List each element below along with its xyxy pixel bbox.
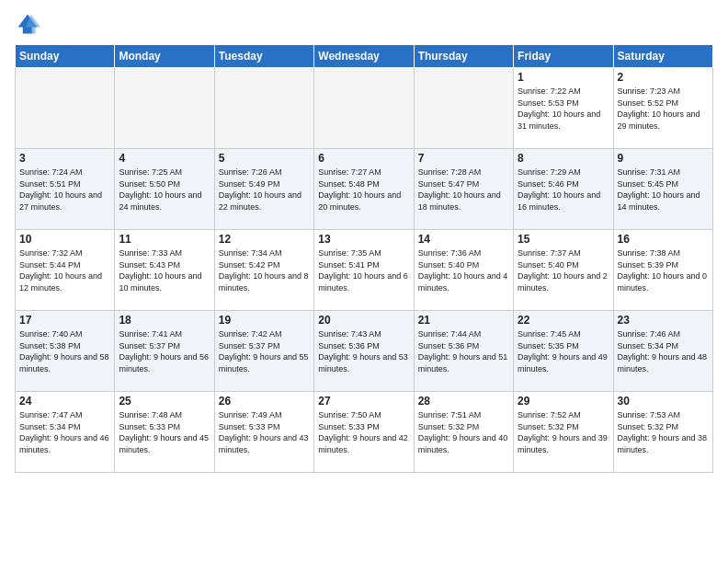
day-number: 17 xyxy=(19,314,110,327)
cell-text: Sunrise: 7:41 AM Sunset: 5:37 PM Dayligh… xyxy=(119,328,210,374)
day-number: 15 xyxy=(518,233,609,246)
cell-text: Sunrise: 7:27 AM Sunset: 5:48 PM Dayligh… xyxy=(318,167,409,213)
cell-text: Sunrise: 7:38 AM Sunset: 5:39 PM Dayligh… xyxy=(618,247,709,293)
cell-text: Sunrise: 7:36 AM Sunset: 5:40 PM Dayligh… xyxy=(418,247,509,293)
day-number: 26 xyxy=(219,395,310,408)
calendar-week-row: 1Sunrise: 7:22 AM Sunset: 5:53 PM Daylig… xyxy=(16,68,713,149)
day-number: 24 xyxy=(19,395,110,408)
calendar-cell: 16Sunrise: 7:38 AM Sunset: 5:39 PM Dayli… xyxy=(613,230,712,311)
weekday-header-wednesday: Wednesday xyxy=(314,45,414,68)
cell-text: Sunrise: 7:31 AM Sunset: 5:45 PM Dayligh… xyxy=(618,167,709,213)
calendar-cell: 6Sunrise: 7:27 AM Sunset: 5:48 PM Daylig… xyxy=(314,149,414,230)
cell-text: Sunrise: 7:44 AM Sunset: 5:36 PM Dayligh… xyxy=(418,328,509,374)
calendar-week-row: 24Sunrise: 7:47 AM Sunset: 5:34 PM Dayli… xyxy=(16,392,713,473)
calendar-cell: 25Sunrise: 7:48 AM Sunset: 5:33 PM Dayli… xyxy=(115,392,214,473)
day-number: 27 xyxy=(318,395,409,408)
cell-text: Sunrise: 7:33 AM Sunset: 5:43 PM Dayligh… xyxy=(119,247,210,293)
cell-text: Sunrise: 7:50 AM Sunset: 5:33 PM Dayligh… xyxy=(318,409,409,455)
calendar-cell: 20Sunrise: 7:43 AM Sunset: 5:36 PM Dayli… xyxy=(314,311,414,392)
calendar-cell: 4Sunrise: 7:25 AM Sunset: 5:50 PM Daylig… xyxy=(115,149,214,230)
cell-text: Sunrise: 7:49 AM Sunset: 5:33 PM Dayligh… xyxy=(219,409,310,455)
cell-text: Sunrise: 7:37 AM Sunset: 5:40 PM Dayligh… xyxy=(518,247,609,293)
weekday-header-friday: Friday xyxy=(514,45,613,68)
cell-text: Sunrise: 7:47 AM Sunset: 5:34 PM Dayligh… xyxy=(19,409,110,455)
logo-icon xyxy=(15,11,40,37)
day-number: 14 xyxy=(418,233,509,246)
weekday-header-saturday: Saturday xyxy=(613,45,712,68)
cell-text: Sunrise: 7:29 AM Sunset: 5:46 PM Dayligh… xyxy=(518,167,609,213)
calendar-cell: 7Sunrise: 7:28 AM Sunset: 5:47 PM Daylig… xyxy=(414,149,513,230)
cell-text: Sunrise: 7:48 AM Sunset: 5:33 PM Dayligh… xyxy=(119,409,210,455)
calendar-cell: 18Sunrise: 7:41 AM Sunset: 5:37 PM Dayli… xyxy=(115,311,214,392)
calendar-cell: 5Sunrise: 7:26 AM Sunset: 5:49 PM Daylig… xyxy=(214,149,313,230)
day-number: 19 xyxy=(219,314,310,327)
day-number: 28 xyxy=(418,395,509,408)
calendar-cell xyxy=(414,68,513,149)
calendar-body: 1Sunrise: 7:22 AM Sunset: 5:53 PM Daylig… xyxy=(16,68,713,473)
cell-text: Sunrise: 7:45 AM Sunset: 5:35 PM Dayligh… xyxy=(518,328,609,374)
calendar-cell: 19Sunrise: 7:42 AM Sunset: 5:37 PM Dayli… xyxy=(214,311,313,392)
calendar-cell: 17Sunrise: 7:40 AM Sunset: 5:38 PM Dayli… xyxy=(16,311,115,392)
calendar-cell: 21Sunrise: 7:44 AM Sunset: 5:36 PM Dayli… xyxy=(414,311,513,392)
cell-text: Sunrise: 7:52 AM Sunset: 5:32 PM Dayligh… xyxy=(518,409,609,455)
calendar-cell: 11Sunrise: 7:33 AM Sunset: 5:43 PM Dayli… xyxy=(115,230,214,311)
weekday-header-monday: Monday xyxy=(115,45,214,68)
calendar-cell xyxy=(314,68,414,149)
day-number: 4 xyxy=(119,152,210,165)
calendar-week-row: 10Sunrise: 7:32 AM Sunset: 5:44 PM Dayli… xyxy=(16,230,713,311)
day-number: 18 xyxy=(119,314,210,327)
cell-text: Sunrise: 7:32 AM Sunset: 5:44 PM Dayligh… xyxy=(19,247,110,293)
calendar-week-row: 3Sunrise: 7:24 AM Sunset: 5:51 PM Daylig… xyxy=(16,149,713,230)
calendar-cell: 22Sunrise: 7:45 AM Sunset: 5:35 PM Dayli… xyxy=(514,311,613,392)
calendar-cell: 14Sunrise: 7:36 AM Sunset: 5:40 PM Dayli… xyxy=(414,230,513,311)
day-number: 3 xyxy=(19,152,110,165)
weekday-header-sunday: Sunday xyxy=(16,45,115,68)
cell-text: Sunrise: 7:53 AM Sunset: 5:32 PM Dayligh… xyxy=(618,409,709,455)
cell-text: Sunrise: 7:34 AM Sunset: 5:42 PM Dayligh… xyxy=(219,247,310,293)
calendar-cell: 9Sunrise: 7:31 AM Sunset: 5:45 PM Daylig… xyxy=(613,149,712,230)
day-number: 20 xyxy=(318,314,409,327)
calendar-cell: 29Sunrise: 7:52 AM Sunset: 5:32 PM Dayli… xyxy=(514,392,613,473)
day-number: 12 xyxy=(219,233,310,246)
calendar-cell: 12Sunrise: 7:34 AM Sunset: 5:42 PM Dayli… xyxy=(214,230,313,311)
calendar-week-row: 17Sunrise: 7:40 AM Sunset: 5:38 PM Dayli… xyxy=(16,311,713,392)
cell-text: Sunrise: 7:25 AM Sunset: 5:50 PM Dayligh… xyxy=(119,167,210,213)
day-number: 30 xyxy=(618,395,709,408)
cell-text: Sunrise: 7:40 AM Sunset: 5:38 PM Dayligh… xyxy=(19,328,110,374)
day-number: 23 xyxy=(618,314,709,327)
day-number: 6 xyxy=(318,152,409,165)
calendar-cell: 2Sunrise: 7:23 AM Sunset: 5:52 PM Daylig… xyxy=(613,68,712,149)
cell-text: Sunrise: 7:35 AM Sunset: 5:41 PM Dayligh… xyxy=(318,247,409,293)
cell-text: Sunrise: 7:43 AM Sunset: 5:36 PM Dayligh… xyxy=(318,328,409,374)
day-number: 13 xyxy=(318,233,409,246)
day-number: 1 xyxy=(518,71,609,84)
calendar-cell: 3Sunrise: 7:24 AM Sunset: 5:51 PM Daylig… xyxy=(16,149,115,230)
weekday-header-tuesday: Tuesday xyxy=(214,45,313,68)
day-number: 22 xyxy=(518,314,609,327)
day-number: 16 xyxy=(618,233,709,246)
day-number: 10 xyxy=(19,233,110,246)
calendar-cell: 15Sunrise: 7:37 AM Sunset: 5:40 PM Dayli… xyxy=(514,230,613,311)
cell-text: Sunrise: 7:28 AM Sunset: 5:47 PM Dayligh… xyxy=(418,167,509,213)
day-number: 25 xyxy=(119,395,210,408)
day-number: 21 xyxy=(418,314,509,327)
calendar-cell: 28Sunrise: 7:51 AM Sunset: 5:32 PM Dayli… xyxy=(414,392,513,473)
weekday-header-thursday: Thursday xyxy=(414,45,513,68)
cell-text: Sunrise: 7:26 AM Sunset: 5:49 PM Dayligh… xyxy=(219,167,310,213)
cell-text: Sunrise: 7:22 AM Sunset: 5:53 PM Dayligh… xyxy=(518,86,609,132)
cell-text: Sunrise: 7:23 AM Sunset: 5:52 PM Dayligh… xyxy=(618,86,709,132)
calendar-cell: 1Sunrise: 7:22 AM Sunset: 5:53 PM Daylig… xyxy=(514,68,613,149)
calendar-cell xyxy=(115,68,214,149)
calendar-cell: 30Sunrise: 7:53 AM Sunset: 5:32 PM Dayli… xyxy=(613,392,712,473)
page: SundayMondayTuesdayWednesdayThursdayFrid… xyxy=(0,0,728,563)
day-number: 11 xyxy=(119,233,210,246)
day-number: 8 xyxy=(518,152,609,165)
calendar-cell xyxy=(214,68,313,149)
day-number: 2 xyxy=(618,71,709,84)
calendar: SundayMondayTuesdayWednesdayThursdayFrid… xyxy=(15,44,713,473)
calendar-cell: 27Sunrise: 7:50 AM Sunset: 5:33 PM Dayli… xyxy=(314,392,414,473)
day-number: 9 xyxy=(618,152,709,165)
calendar-cell: 24Sunrise: 7:47 AM Sunset: 5:34 PM Dayli… xyxy=(16,392,115,473)
cell-text: Sunrise: 7:51 AM Sunset: 5:32 PM Dayligh… xyxy=(418,409,509,455)
calendar-cell: 13Sunrise: 7:35 AM Sunset: 5:41 PM Dayli… xyxy=(314,230,414,311)
